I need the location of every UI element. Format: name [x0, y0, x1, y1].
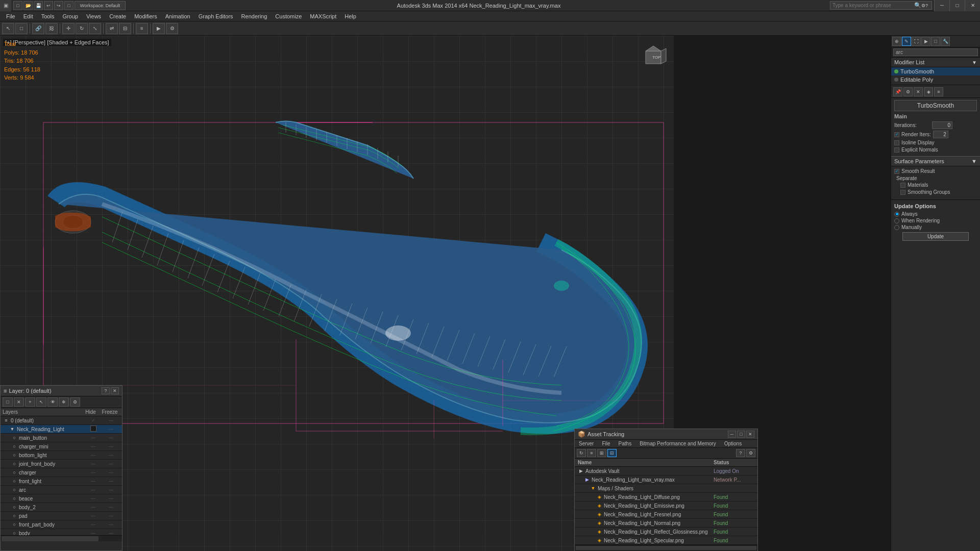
menu-modifiers[interactable]: Modifiers — [130, 12, 161, 20]
asset-menu-server[interactable]: Server — [575, 440, 598, 447]
menu-tools[interactable]: Tools — [37, 12, 59, 20]
utilities-tab[interactable]: 🔧 — [941, 37, 950, 46]
always-radio[interactable] — [894, 212, 899, 217]
materials-checkbox[interactable] — [900, 183, 905, 188]
align-icon[interactable]: ⊟ — [119, 23, 131, 34]
mirror-icon[interactable]: ⇌ — [106, 23, 118, 34]
asset-menu-options[interactable]: Options — [720, 440, 746, 447]
workspace-selector[interactable]: Workspace: Default — [75, 1, 126, 10]
make-unique-icon[interactable]: ◈ — [924, 87, 933, 96]
redo-icon[interactable]: ↪ — [54, 1, 63, 10]
asset-help-icon[interactable]: ? — [736, 449, 745, 457]
modifier-editable-poly[interactable]: Editable Poly — [891, 76, 980, 84]
layer-row-body-2[interactable]: ○ body_2 — — — [1, 503, 122, 512]
iterations-input[interactable] — [932, 121, 952, 129]
asset-grid-icon[interactable]: ⊞ — [597, 449, 606, 457]
menu-customize[interactable]: Customize — [271, 12, 306, 20]
layer-freeze-all-icon[interactable]: ❄ — [59, 397, 69, 407]
menu-maxscript[interactable]: MAXScript — [306, 12, 340, 20]
undo-icon[interactable]: ↩ — [44, 1, 53, 10]
layer-row-charger[interactable]: ○ charger — — — [1, 468, 122, 477]
modifier-search[interactable] — [891, 47, 980, 58]
layers-scrollbar[interactable] — [1, 535, 122, 541]
layer-row-beace[interactable]: ○ beace — — — [1, 494, 122, 503]
asset-list-icon[interactable]: ≡ — [587, 449, 596, 457]
layer-row-default[interactable]: ≡ 0 (default) ✓ — — [1, 416, 122, 425]
update-button[interactable]: Update — [902, 232, 969, 241]
layer-manager-icon[interactable]: ≡ — [136, 23, 148, 34]
new-icon[interactable]: □ — [13, 1, 22, 10]
menu-views[interactable]: Views — [82, 12, 105, 20]
layer-row-bottom-light[interactable]: ○ bottom_light — — — [1, 451, 122, 460]
layer-row-charger-mini[interactable]: ○ charger_mini — — — [1, 442, 122, 451]
asset-close-btn[interactable]: ✕ — [746, 431, 754, 438]
asset-menu-paths[interactable]: Paths — [615, 440, 636, 447]
layer-row-front-part-body[interactable]: ○ front_part_body — — — [1, 520, 122, 529]
layer-add-selection-icon[interactable]: + — [25, 397, 35, 407]
scale-icon[interactable]: ⤡ — [89, 23, 101, 34]
layer-row-joint-front-body[interactable]: ○ joint_front_body — — — [1, 460, 122, 468]
create-tab[interactable]: ⊕ — [892, 37, 901, 46]
layers-close-btn[interactable]: ✕ — [111, 387, 119, 394]
asset-refresh-icon[interactable]: ↻ — [577, 449, 586, 457]
menu-graph-editors[interactable]: Graph Editors — [194, 12, 237, 20]
modifier-turbosmooth[interactable]: TurboSmooth — [891, 67, 980, 76]
asset-scrollbar-thumb[interactable] — [576, 546, 756, 550]
unlink-icon[interactable]: ⛓ — [45, 23, 58, 34]
modifier-search-input[interactable] — [893, 48, 978, 56]
asset-minimize-btn[interactable]: ─ — [728, 431, 736, 438]
options-icon[interactable]: ⚙ — [903, 87, 913, 96]
asset-row-vault[interactable]: ▶ Autodesk Vault Logged On — [575, 467, 757, 475]
layer-row-arc[interactable]: ○ arc — — — [1, 486, 122, 494]
always-radio-row[interactable]: Always — [894, 211, 977, 217]
layer-row-front-light[interactable]: ○ front_light — — — [1, 477, 122, 486]
remove-modifier-icon[interactable]: ✕ — [914, 87, 923, 96]
layer-hide-all-icon[interactable]: 👁 — [47, 397, 58, 407]
asset-menu-file[interactable]: File — [598, 440, 614, 447]
asset-maximize-btn[interactable]: □ — [737, 431, 745, 438]
search-box[interactable]: 🔍 ⚙ ? — [830, 1, 932, 10]
isoline-checkbox[interactable] — [894, 140, 899, 145]
maximize-button[interactable]: □ — [949, 0, 965, 11]
menu-help[interactable]: Help — [340, 12, 360, 20]
link-icon[interactable]: 🔗 — [32, 23, 44, 34]
render-iters-checkbox[interactable]: ✓ — [894, 132, 899, 137]
asset-row-maxfile[interactable]: ▶ Neck_Reading_Light_max_vray.max Networ… — [575, 475, 757, 484]
asset-row-specular[interactable]: ◈ Neck_Reading_Light_Specular.png Found — [575, 536, 757, 545]
render-icon[interactable]: ▶ — [153, 23, 165, 34]
search-input[interactable] — [832, 3, 914, 8]
modify-tab active[interactable]: ✎ — [902, 37, 911, 46]
menu-group[interactable]: Group — [58, 12, 82, 20]
layer-row-pad[interactable]: ○ pad — — — [1, 512, 122, 520]
menu-file[interactable]: File — [2, 12, 19, 20]
surface-params-header[interactable]: Surface Parameters ▼ — [891, 156, 980, 166]
layer-delete-icon[interactable]: ✕ — [14, 397, 24, 407]
configure-icon[interactable]: ≡ — [934, 87, 943, 96]
asset-detail-icon[interactable]: ⊟ — [607, 449, 617, 457]
layer-settings-icon[interactable]: ⚙ — [70, 397, 80, 407]
layer-row-neck[interactable]: ▼ Neck_Reading_Light — — [1, 425, 122, 434]
asset-row-emissive[interactable]: ◈ Neck_Reading_Light_Emissive.png Found — [575, 502, 757, 510]
layer-new-icon[interactable]: □ — [3, 397, 13, 407]
asset-row-maps[interactable]: ▼ Maps / Shaders — [575, 484, 757, 493]
asset-settings-icon[interactable]: ⚙ — [746, 449, 755, 457]
explicit-normals-checkbox[interactable] — [894, 147, 899, 153]
open-icon[interactable]: 📂 — [23, 1, 33, 10]
modifier-list-expand[interactable]: ▼ — [972, 60, 977, 65]
motion-tab[interactable]: ▶ — [921, 37, 930, 46]
select-icon[interactable]: ↖ — [2, 23, 14, 34]
menu-rendering[interactable]: Rendering — [237, 12, 272, 20]
when-rendering-radio-row[interactable]: When Rendering — [894, 218, 977, 223]
save-icon[interactable]: 💾 — [34, 1, 43, 10]
render-iters-input[interactable] — [933, 131, 948, 138]
display-tab[interactable]: □ — [931, 37, 940, 46]
viewport-cube[interactable]: TOP — [638, 41, 669, 71]
hierarchy-tab[interactable]: ⛶ — [912, 37, 921, 46]
menu-edit[interactable]: Edit — [19, 12, 37, 20]
asset-row-diffuse[interactable]: ◈ Neck_Reading_Light_Diffuse.png Found — [575, 493, 757, 502]
menu-animation[interactable]: Animation — [161, 12, 194, 20]
layers-help-btn[interactable]: ? — [102, 387, 110, 394]
smoothing-groups-checkbox[interactable] — [900, 190, 905, 195]
render-setup-btn[interactable]: ⚙ — [166, 23, 178, 34]
layer-row-main-button[interactable]: ○ main_button — — — [1, 434, 122, 442]
